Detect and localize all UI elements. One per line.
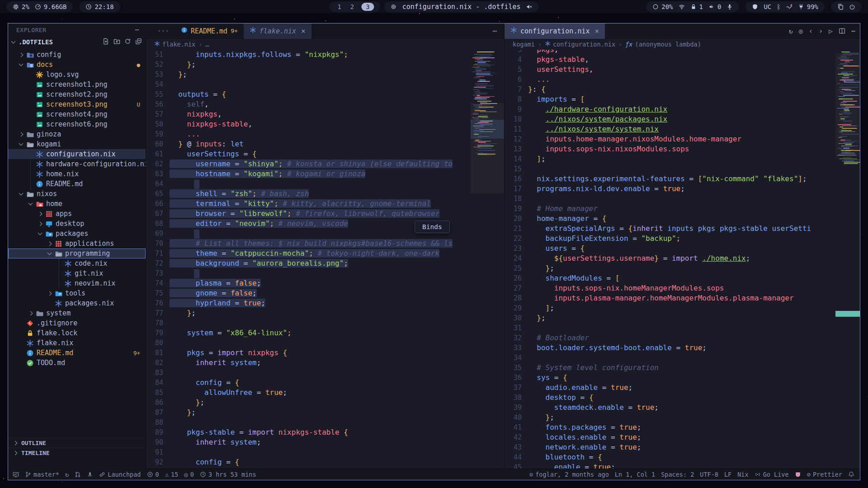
more-actions-icon[interactable]: ⋯ (492, 27, 497, 35)
breadcrumb-item[interactable]: … (205, 41, 209, 48)
close-icon[interactable]: × (595, 27, 599, 35)
status-indentation[interactable]: Spaces: 2 (661, 471, 694, 478)
bluetooth[interactable]: ᛒ (777, 3, 780, 10)
breadcrumb-item[interactable]: configuration.nix (545, 41, 615, 48)
tree-folder-applications[interactable]: applications (8, 239, 146, 249)
tree-folder-desktop[interactable]: desktop (8, 219, 146, 229)
status-launchpad-rocket[interactable] (87, 471, 93, 478)
breadcrumb-item[interactable]: kogami (513, 41, 535, 48)
volume[interactable]: 0 (708, 3, 721, 10)
tree-folder-tools[interactable]: tools (8, 288, 146, 298)
outline-section[interactable]: OUTLINE (8, 438, 146, 448)
status-pet[interactable] (795, 471, 801, 478)
tree-folder-system[interactable]: system (8, 308, 146, 318)
tree-file-packages-nix[interactable]: packages.nix (8, 298, 146, 308)
status-time-tracker[interactable]: 3 hrs 53 mins (200, 471, 256, 478)
views-more-icon[interactable]: ⋯ (135, 26, 139, 34)
navigate-forward-icon[interactable]: › (819, 27, 823, 35)
brightness[interactable]: 20% (652, 3, 673, 10)
status-git-blame[interactable]: ⊙foglar, 2 months ago (529, 471, 609, 478)
status-warnings[interactable]: ⚠15 (165, 471, 179, 478)
status-launchpad[interactable]: Launchpad (99, 471, 141, 478)
workspace-2[interactable]: 2 (349, 3, 356, 10)
breadcrumb-item[interactable]: ƒx(anonymous lambda) (625, 41, 701, 48)
status-eol[interactable]: LF (724, 471, 731, 478)
status-encoding[interactable]: UTF-8 (700, 471, 718, 478)
tree-file-screenshot3-png[interactable]: screenshot3.pngU (8, 99, 146, 109)
tree-root-dotfiles[interactable]: .DOTFILES (8, 36, 146, 48)
tree-file-configuration-nix[interactable]: configuration.nix (8, 149, 146, 159)
close-icon[interactable]: × (301, 27, 306, 35)
timeline-section[interactable]: TIMELINE (8, 448, 146, 458)
keyboard-lock[interactable]: 1 (690, 3, 703, 10)
navigate-back-icon[interactable]: ‹ (809, 27, 813, 35)
run-file-icon[interactable]: ▷ (829, 27, 833, 35)
tree-folder-docs[interactable]: docs● (8, 60, 146, 70)
tree-file--gitignore[interactable]: .gitignore (8, 318, 146, 328)
status-git-branch[interactable]: master* (25, 471, 59, 478)
tree-folder-programming[interactable]: programming (8, 249, 146, 258)
timeline-icon[interactable]: ↻ (789, 27, 793, 35)
status-errors[interactable]: 0 (147, 471, 159, 478)
breadcrumb[interactable]: flake.nix›… (146, 39, 504, 50)
wifi[interactable] (679, 4, 685, 10)
tree-file-readme-md[interactable]: README.md9+ (8, 348, 146, 358)
minimap[interactable] (835, 50, 860, 469)
new-file-icon[interactable] (103, 38, 109, 46)
minimap[interactable] (471, 50, 504, 469)
tree-file-flake-lock[interactable]: flake.lock (8, 328, 146, 338)
tree-file-todo-md[interactable]: TODO.md (8, 358, 146, 368)
status-notifications[interactable] (848, 471, 854, 478)
tree-folder-kogami[interactable]: kogami (8, 139, 146, 149)
tree-folder-packages[interactable]: packages (8, 229, 146, 239)
memory-usage[interactable]: 9.66GB (35, 3, 67, 10)
tab-configuration-nix[interactable]: configuration.nix× (505, 23, 605, 39)
tree-file-home-nix[interactable]: home.nix (8, 169, 146, 179)
tree-file-git-nix[interactable]: git.nix (8, 268, 146, 278)
tree-file-readme-md[interactable]: README.md (8, 179, 146, 189)
workspace-1[interactable]: 1 (335, 3, 343, 10)
tree-file-neovim-nix[interactable]: neovim.nix (8, 278, 146, 288)
tab-overflow-dots[interactable]: ••• (158, 28, 170, 34)
more-actions-icon[interactable]: ⋯ (851, 27, 855, 35)
tree-file-code-nix[interactable]: code.nix (8, 258, 146, 268)
compare-changes-icon[interactable]: ◎ (799, 27, 803, 35)
editor-configuration-nix[interactable]: 3 pkgs,4 pkgs-stable,5 userSettings,6 ..… (505, 50, 836, 469)
battery[interactable]: 99% (798, 3, 818, 10)
tree-file-screenshot1-png[interactable]: screenshot1.png (8, 80, 146, 89)
split-editor-icon[interactable] (839, 28, 845, 34)
tree-folder-home[interactable]: home (8, 199, 146, 209)
new-folder-icon[interactable] (113, 38, 120, 46)
tree-folder-ginoza[interactable]: ginoza (8, 129, 146, 139)
tree-file-logo-svg[interactable]: logo.svg (8, 70, 146, 80)
status-remote-window[interactable] (13, 471, 19, 478)
status-go-live[interactable]: Go Live (755, 471, 789, 478)
workspace-switcher[interactable]: 123 (329, 1, 380, 12)
clock[interactable]: 22:18 (85, 3, 113, 10)
keyboard-layout[interactable]: UC (764, 3, 771, 10)
breadcrumb-item[interactable]: flake.nix (154, 41, 195, 48)
breadcrumb[interactable]: kogami›configuration.nix›ƒx(anonymous la… (505, 39, 860, 50)
editor-flake-nix[interactable]: 51 inputs.nixpkgs.follows = "nixpkgs";52… (146, 50, 471, 469)
status-ports[interactable]: ◎0 (184, 471, 194, 478)
tree-file-screenshot6-png[interactable]: screenshot6.png (8, 119, 146, 129)
tree-folder-nixos[interactable]: nixos (8, 189, 146, 199)
workspace-3[interactable]: 3 (361, 3, 374, 11)
refresh-explorer-icon[interactable] (124, 38, 131, 46)
microphone[interactable] (726, 4, 733, 10)
status-prettier[interactable]: ⊘Prettier (807, 471, 842, 478)
tree-file-screenshot4-png[interactable]: screenshot4.png (8, 109, 146, 119)
collapse-folders-icon[interactable] (135, 38, 142, 46)
cpu-usage[interactable]: 2% (13, 3, 29, 10)
headset[interactable] (786, 4, 793, 10)
tree-file-screenshot2-png[interactable]: screenshot2.png (8, 89, 146, 99)
tree-file-flake-nix[interactable]: flake.nix (8, 338, 146, 348)
tree-folder-apps[interactable]: apps (8, 209, 146, 219)
mute-icon[interactable] (526, 4, 533, 10)
status-pull-request[interactable] (75, 471, 81, 478)
tree-file-hardware-configuration-nix[interactable]: hardware-configuration.nix (8, 159, 146, 169)
status-language-mode[interactable]: Nix (737, 471, 748, 478)
status-sync-changes[interactable]: ↻ (65, 471, 69, 478)
status-cursor-position[interactable]: Ln 1, Col 1 (615, 471, 655, 478)
vpn-shield[interactable] (752, 4, 758, 10)
